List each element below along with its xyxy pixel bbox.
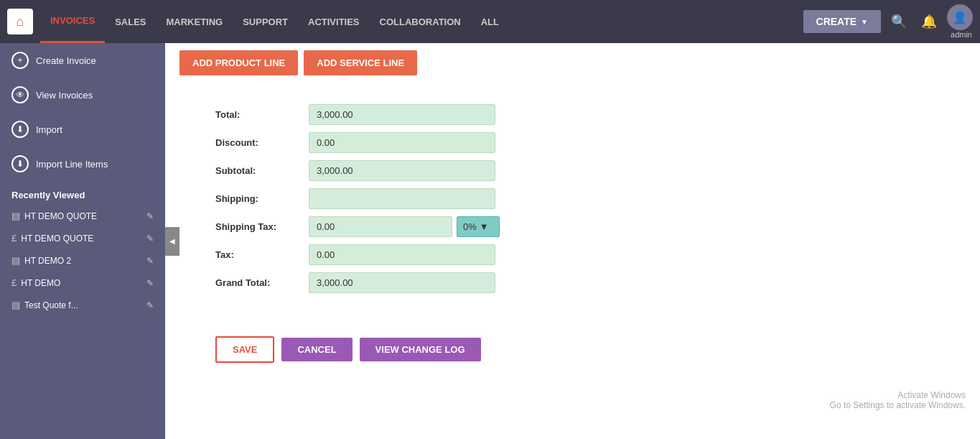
add-product-line-button[interactable]: ADD PRODUCT LINE [179,50,298,75]
shipping-tax-row: Shipping Tax: 0% ▼ [215,216,966,237]
shipping-label: Shipping: [215,193,309,204]
nav-menu: INVOICES SALES MARKETING SUPPORT ACTIVIT… [40,0,509,43]
admin-icon: 👤 [947,4,973,30]
rv-icon-2: ▤ [11,255,20,266]
notifications-icon[interactable]: 🔔 [917,9,941,34]
tax-label: Tax: [215,249,309,260]
rv-edit-2[interactable]: ✎ [146,256,154,266]
nav-item-activities[interactable]: ACTIVITIES [298,0,370,43]
grand-total-row: Grand Total: [215,272,966,293]
tax-dropdown-icon: ▼ [480,221,489,232]
home-logo[interactable]: ⌂ [7,9,33,34]
view-invoices-icon: 👁 [11,86,29,103]
nav-item-all[interactable]: ALL [471,0,509,43]
rv-item-2[interactable]: ▤ HT DEMO 2 ✎ [0,249,165,272]
rv-icon-3: £ [11,277,17,288]
shipping-tax-label: Shipping Tax: [215,221,309,232]
nav-item-marketing[interactable]: MARKETING [156,0,233,43]
main-content: ADD PRODUCT LINE ADD SERVICE LINE Total:… [165,43,980,439]
nav-item-support[interactable]: SUPPORT [233,0,298,43]
nav-item-collaboration[interactable]: COLLABORATION [370,0,471,43]
rv-edit-4[interactable]: ✎ [146,300,154,310]
nav-item-invoices[interactable]: INVOICES [40,0,105,43]
nav-item-sales[interactable]: SALES [105,0,156,43]
shipping-input[interactable] [309,188,495,209]
add-service-line-button[interactable]: ADD SERVICE LINE [304,50,417,75]
grand-total-label: Grand Total: [215,277,309,288]
sidebar-item-create-invoice[interactable]: + Create Invoice [0,43,165,78]
tax-row: Tax: [215,244,966,265]
rv-edit-3[interactable]: ✎ [146,278,154,288]
sidebar-item-import-line-items[interactable]: ⬇ Import Line Items [0,147,165,181]
subtotal-input[interactable] [309,160,495,181]
top-navigation: ⌂ INVOICES SALES MARKETING SUPPORT ACTIV… [0,0,980,43]
total-label: Total: [215,109,309,120]
discount-row: Discount: [215,132,966,153]
sidebar-collapse-button[interactable]: ◀ [165,227,179,256]
total-input[interactable] [309,104,495,125]
total-row: Total: [215,104,966,125]
discount-label: Discount: [215,137,309,148]
totals-form: Total: Discount: Subtotal: Shipping: [179,97,966,315]
sidebar-item-import[interactable]: ⬇ Import [0,112,165,147]
rv-edit-1[interactable]: ✎ [146,234,154,244]
rv-icon-4: ▤ [11,300,20,310]
rv-edit-0[interactable]: ✎ [146,211,154,221]
rv-item-4[interactable]: ▤ Test Quote f... ✎ [0,294,165,316]
grand-total-input[interactable] [309,272,495,293]
rv-item-3[interactable]: £ HT DEMO ✎ [0,272,165,294]
tax-input[interactable] [309,244,495,265]
page-layout: + Create Invoice 👁 View Invoices ⬇ Impor… [0,43,980,439]
sidebar-item-view-invoices[interactable]: 👁 View Invoices [0,78,165,112]
sidebar: + Create Invoice 👁 View Invoices ⬇ Impor… [0,43,165,439]
rv-item-0[interactable]: ▤ HT DEMO QUOTE ✎ [0,205,165,227]
view-change-log-button[interactable]: VIEW CHANGE LOG [360,338,481,361]
save-button[interactable]: SAVE [215,336,274,363]
create-caret-icon: ▼ [861,18,868,26]
bottom-action-buttons: SAVE CANCEL VIEW CHANGE LOG [179,315,966,377]
nav-right-section: CREATE ▼ 🔍 🔔 👤 admin [803,4,973,39]
shipping-row: Shipping: [215,188,966,209]
admin-avatar[interactable]: 👤 admin [947,4,973,39]
cancel-button[interactable]: CANCEL [281,338,352,361]
rv-icon-1: £ [11,233,17,244]
rv-item-1[interactable]: £ HT DEMO QUOTE ✎ [0,227,165,249]
rv-icon-0: ▤ [11,211,20,221]
create-button[interactable]: CREATE ▼ [803,10,881,33]
discount-input[interactable] [309,132,495,153]
action-buttons-row: ADD PRODUCT LINE ADD SERVICE LINE [179,50,966,75]
shipping-tax-input[interactable] [309,216,452,237]
import-line-items-icon: ⬇ [11,155,29,172]
create-invoice-icon: + [11,52,29,69]
subtotal-label: Subtotal: [215,165,309,176]
shipping-tax-inputs: 0% ▼ [309,216,500,237]
recently-viewed-title: Recently Viewed [0,181,165,205]
subtotal-row: Subtotal: [215,160,966,181]
tax-percent-select[interactable]: 0% ▼ [457,216,500,237]
search-icon[interactable]: 🔍 [887,9,911,34]
windows-activate-notice: Activate Windows Go to Settings to activ… [830,390,966,410]
import-icon: ⬇ [11,121,29,138]
